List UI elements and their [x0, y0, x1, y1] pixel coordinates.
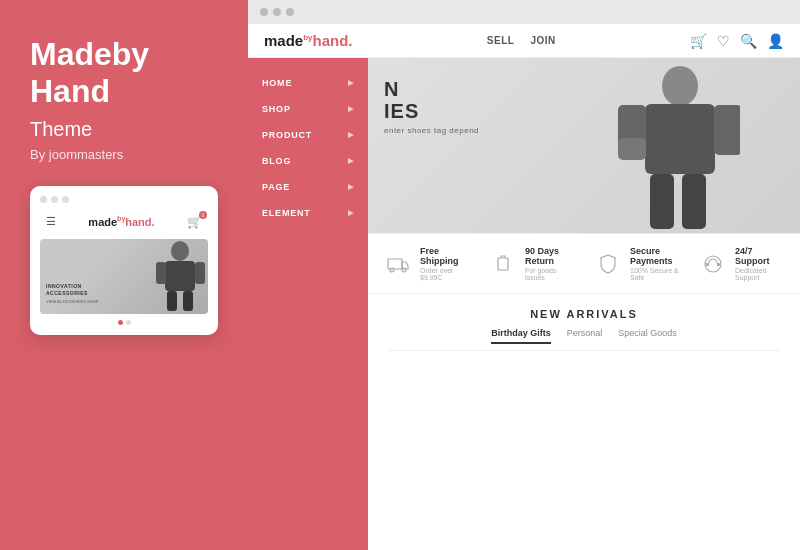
svg-rect-3 [183, 291, 193, 311]
website-frame: madebyhand. SELL JOIN 🛒 ♡ 🔍 👤 HOME ▶ [248, 24, 800, 550]
features-strip: Free Shipping Order over $9.99C 9 [368, 233, 800, 294]
hero-subheading: enter shoes tag depend [384, 126, 479, 135]
secure-text: Secure Payments 100% Secure & Safe [630, 246, 679, 281]
browser-chrome [248, 0, 800, 24]
hero-figure-container [519, 58, 800, 233]
cart-icon[interactable]: 🛒 [690, 33, 707, 49]
wishlist-icon[interactable]: ♡ [717, 33, 730, 49]
new-arrivals-section: NEW ARRIVALS Birthday Gifts Personal Spe… [368, 294, 800, 550]
sidebar-item-page[interactable]: PAGE ▶ [248, 174, 368, 200]
theme-author: By joommasters [30, 147, 218, 162]
device-page-dot-active[interactable] [118, 320, 123, 325]
sidebar-item-shop[interactable]: SHOP ▶ [248, 96, 368, 122]
device-hero-text: INNOVATION ACCESSORIES VIEW ACCESSORIES … [46, 283, 98, 304]
sidebar-chevron-home: ▶ [348, 79, 354, 87]
browser-dot-2 [273, 8, 281, 16]
tab-special-goods[interactable]: Special Goods [618, 328, 677, 344]
svg-point-0 [171, 241, 189, 261]
svg-rect-2 [167, 291, 177, 311]
svg-rect-16 [498, 258, 508, 270]
nav-item-sell[interactable]: SELL [487, 35, 515, 46]
search-icon[interactable]: 🔍 [740, 33, 757, 49]
returns-text: 90 Days Return For goods issues [525, 246, 574, 281]
support-title: 24/7 Support [735, 246, 784, 266]
svg-rect-7 [645, 104, 715, 174]
device-dots [40, 196, 208, 203]
hero-section: N IES enter shoes tag depend [368, 58, 800, 233]
device-hamburger-icon: ☰ [46, 215, 56, 228]
shipping-text: Free Shipping Order over $9.99C [420, 246, 469, 281]
site-header-icons: 🛒 ♡ 🔍 👤 [690, 33, 784, 49]
svg-rect-4 [156, 262, 166, 284]
secure-title: Secure Payments [630, 246, 679, 266]
device-pagination [40, 320, 208, 325]
returns-title: 90 Days Return [525, 246, 574, 266]
hero-figure-svg [153, 239, 208, 314]
device-cart-badge: 0 [199, 211, 207, 219]
sidebar-chevron-element: ▶ [348, 209, 354, 217]
svg-rect-12 [618, 138, 646, 160]
site-main: N IES enter shoes tag depend [368, 58, 800, 550]
device-logo: madebyhand. [88, 215, 154, 228]
sidebar-chevron-page: ▶ [348, 183, 354, 191]
svg-rect-5 [195, 262, 205, 284]
feature-returns: 90 Days Return For goods issues [489, 246, 574, 281]
returns-icon [489, 250, 517, 278]
site-sidebar: HOME ▶ SHOP ▶ PRODUCT ▶ BLOG ▶ PAGE ▶ [248, 58, 368, 550]
browser-dot-3 [286, 8, 294, 16]
svg-rect-13 [388, 259, 402, 269]
site-logo: madebyhand. [264, 32, 353, 49]
device-dot-3 [62, 196, 69, 203]
site-header: madebyhand. SELL JOIN 🛒 ♡ 🔍 👤 [248, 24, 800, 58]
secure-icon [594, 250, 622, 278]
device-hero: INNOVATION ACCESSORIES VIEW ACCESSORIES … [40, 239, 208, 314]
hero-heading: N IES [384, 78, 479, 122]
sidebar-chevron-blog: ▶ [348, 157, 354, 165]
right-panel: madebyhand. SELL JOIN 🛒 ♡ 🔍 👤 HOME ▶ [248, 0, 800, 550]
svg-rect-8 [650, 174, 674, 229]
support-icon [699, 250, 727, 278]
device-dot-1 [40, 196, 47, 203]
sidebar-chevron-shop: ▶ [348, 105, 354, 113]
device-dot-2 [51, 196, 58, 203]
user-icon[interactable]: 👤 [767, 33, 784, 49]
svg-rect-1 [165, 261, 195, 291]
hero-text-overlay: N IES enter shoes tag depend [384, 78, 479, 135]
shipping-desc: Order over $9.99C [420, 267, 469, 281]
feature-support: 24/7 Support Dedicated Support [699, 246, 784, 281]
sidebar-item-home[interactable]: HOME ▶ [248, 70, 368, 96]
support-desc: Dedicated Support [735, 267, 784, 281]
site-body: HOME ▶ SHOP ▶ PRODUCT ▶ BLOG ▶ PAGE ▶ [248, 58, 800, 550]
sidebar-item-element[interactable]: ELEMENT ▶ [248, 200, 368, 226]
shipping-title: Free Shipping [420, 246, 469, 266]
device-cta[interactable]: VIEW ACCESSORIES SHOP [46, 299, 98, 304]
returns-desc: For goods issues [525, 267, 574, 281]
device-header: ☰ madebyhand. 🛒 0 [40, 211, 208, 233]
hero-figure-svg [580, 58, 740, 233]
sidebar-item-product[interactable]: PRODUCT ▶ [248, 122, 368, 148]
svg-rect-11 [714, 105, 740, 155]
sidebar-chevron-product: ▶ [348, 131, 354, 139]
svg-rect-9 [682, 174, 706, 229]
left-panel: Madeby Hand Theme By joommasters ☰ madeb… [0, 0, 248, 550]
device-page-dot-2[interactable] [126, 320, 131, 325]
tab-personal[interactable]: Personal [567, 328, 603, 344]
new-arrivals-title: NEW ARRIVALS [388, 308, 780, 320]
secure-desc: 100% Secure & Safe [630, 267, 679, 281]
device-mockup: ☰ madebyhand. 🛒 0 [30, 186, 218, 335]
svg-point-6 [662, 66, 698, 106]
nav-item-join[interactable]: JOIN [530, 35, 555, 46]
support-text: 24/7 Support Dedicated Support [735, 246, 784, 281]
device-cart-icon: 🛒 0 [187, 215, 202, 229]
feature-secure: Secure Payments 100% Secure & Safe [594, 246, 679, 281]
device-hero-label: INNOVATION ACCESSORIES [46, 283, 98, 297]
theme-subtitle: Theme [30, 118, 218, 141]
site-nav: SELL JOIN [487, 35, 556, 46]
tabs-row: Birthday Gifts Personal Special Goods [388, 328, 780, 351]
sidebar-item-blog[interactable]: BLOG ▶ [248, 148, 368, 174]
feature-free-shipping: Free Shipping Order over $9.99C [384, 246, 469, 281]
shipping-icon [384, 250, 412, 278]
theme-title: Madeby Hand [30, 36, 218, 110]
tab-birthday-gifts[interactable]: Birthday Gifts [491, 328, 551, 344]
browser-dot-1 [260, 8, 268, 16]
